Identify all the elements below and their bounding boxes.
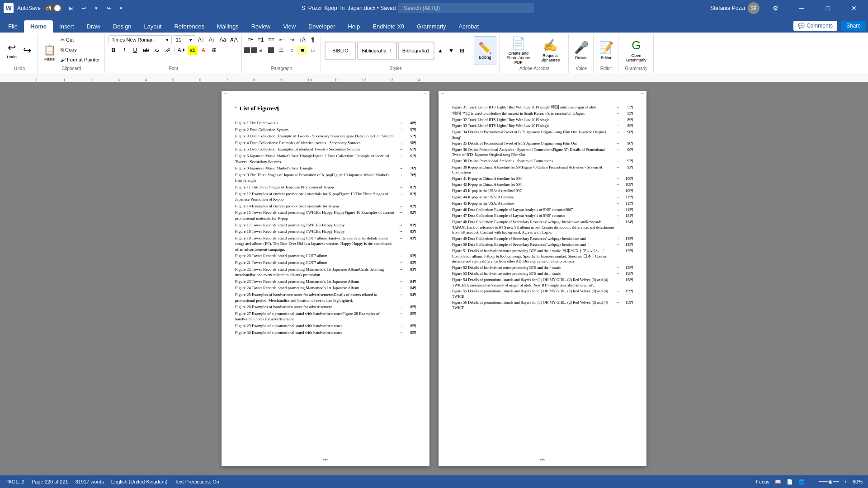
align-left-btn[interactable]: ⬛⬛ [245, 46, 255, 55]
copy-btn[interactable]: ⎘ Copy [59, 45, 102, 54]
tab-grammarly[interactable]: Grammarly [410, 20, 452, 33]
left-page-footer: viv [222, 457, 429, 462]
view-mode-layout[interactable]: 📄 [787, 479, 793, 485]
text-predictions[interactable]: Text Predictions: On [175, 479, 219, 484]
close-btn[interactable]: ✕ [844, 0, 864, 16]
tab-review[interactable]: Review [245, 20, 277, 33]
font-name-dropdown[interactable]: Times New Roman ▾ [108, 35, 172, 44]
share-btn[interactable]: Share [841, 21, 866, 31]
redo-large-btn[interactable]: ↪ [20, 37, 34, 64]
rpe-page-10: 109¶ [620, 182, 633, 187]
decrease-indent-btn[interactable]: ⇤ [277, 35, 287, 44]
font-grow-btn[interactable]: A↑ [196, 35, 206, 44]
page-indicator[interactable]: PAGE: 2 [5, 479, 24, 484]
tab-view[interactable]: View [277, 20, 302, 33]
borders-btn[interactable]: □ [308, 46, 318, 55]
tab-draw[interactable]: Draw [80, 20, 107, 33]
underline-btn[interactable]: U [130, 46, 140, 55]
editing-btn[interactable]: ✏️ Editing [474, 36, 496, 65]
text-effects-btn[interactable]: A✦ [177, 46, 187, 55]
superscript-btn[interactable]: x² [163, 46, 173, 55]
cut-btn[interactable]: ✂ Cut [59, 35, 102, 44]
font-color-btn[interactable]: A [198, 46, 208, 55]
line-spacing-btn[interactable]: ↕ [287, 46, 297, 55]
bold-btn[interactable]: B [108, 46, 118, 55]
format-painter-btn[interactable]: 🖌 Format Painter [59, 55, 102, 64]
paste-btn[interactable]: 📋 Paste [41, 39, 58, 66]
clear-format-btn[interactable]: ✗A [229, 35, 239, 44]
customize-btn[interactable]: ▾ [117, 5, 125, 12]
justify-btn[interactable]: ☰ [277, 46, 287, 55]
increase-indent-btn[interactable]: ⇥ [287, 35, 297, 44]
rpe-4: Figure 34 Details of Promotional Tweet o… [452, 130, 633, 140]
styles-more[interactable]: ⊞ [457, 46, 467, 55]
tab-insert[interactable]: Insert [53, 20, 80, 33]
minimize-btn[interactable]: ─ [791, 0, 812, 16]
numbering-btn[interactable]: ≡1 [256, 35, 266, 44]
autosave-toggle[interactable]: off [44, 4, 62, 12]
comments-btn[interactable]: 💬 Comments [793, 21, 837, 31]
rpe-arrow-16: → [616, 220, 619, 225]
tab-home[interactable]: Home [24, 20, 53, 33]
more-font-btn[interactable]: ⊞ [209, 46, 219, 55]
show-para-btn[interactable]: ¶ [308, 35, 318, 44]
zoom-out-btn[interactable]: − [810, 479, 813, 484]
font-shrink-btn[interactable]: A↓ [207, 35, 217, 44]
subscript-btn[interactable]: x₂ [152, 46, 162, 55]
tab-references[interactable]: References [168, 20, 210, 33]
highlight-btn[interactable]: ab [188, 46, 198, 55]
style-bibliografia1[interactable]: Bibliografìa1 [398, 42, 434, 60]
style-bibliografia-t[interactable]: Bibliografìa_T [357, 42, 397, 60]
tab-file[interactable]: File [2, 20, 24, 33]
ribbon: ↩ Undo ↪ Undo 📋 Paste ✂ Cut ⎘ Copy 🖌 For… [0, 33, 868, 73]
rpe-text-12: Figure 44 K-pop in the USA: A timeline [452, 195, 615, 200]
tab-acrobat[interactable]: Acrobat [453, 20, 486, 33]
redo-btn[interactable]: ↪ [104, 5, 113, 12]
zoom-in-btn[interactable]: + [844, 479, 847, 484]
undo-large-btn[interactable]: ↩ Undo [5, 37, 19, 64]
align-center-btn[interactable]: ≡ [256, 46, 266, 55]
change-case-btn[interactable]: Aa [218, 35, 228, 44]
multilevel-btn[interactable]: ≡≡ [266, 35, 276, 44]
sort-btn[interactable]: ↕A [297, 35, 307, 44]
corner-tr-r [641, 94, 644, 97]
bullets-btn[interactable]: ≡• [245, 35, 255, 44]
undo-dropdown-btn[interactable]: ▾ [92, 5, 100, 12]
editor-btn[interactable]: 📝 Editor [597, 36, 615, 65]
strikethrough-btn[interactable]: ab [141, 46, 151, 55]
focus-btn[interactable]: Focus [756, 479, 769, 484]
zoom-slider[interactable]: ━━━◉━━ [819, 479, 839, 485]
style-biblio[interactable]: BIBLIO [325, 42, 356, 60]
search-input[interactable] [398, 3, 534, 13]
rpe-5: Figure 35 Details of Promotional Tweet o… [452, 141, 633, 146]
word-count[interactable]: 81917 words [75, 479, 104, 484]
rpe-page-4: 90¶ [620, 130, 633, 135]
create-share-pdf-btn[interactable]: 📄 Create and Share Adobe PDF [503, 36, 534, 65]
tab-layout[interactable]: Layout [137, 20, 168, 33]
view-mode-read[interactable]: 📖 [775, 479, 781, 485]
toc-page-4: 61¶ [405, 146, 416, 152]
tab-design[interactable]: Design [107, 20, 137, 33]
styles-scroll-up[interactable]: ▲ [435, 46, 445, 55]
view-mode-web[interactable]: 🌐 [798, 479, 805, 485]
undo-btn[interactable]: ↩ [79, 5, 89, 12]
ruler-mark: 1 [63, 78, 66, 82]
tab-help[interactable]: Help [341, 20, 366, 33]
zoom-level[interactable]: 60% [853, 479, 863, 484]
proofing-language[interactable]: English (United Kingdom) [111, 479, 168, 484]
maximize-btn[interactable]: □ [817, 0, 838, 16]
tab-endnote[interactable]: EndNote X9 [366, 20, 410, 33]
tab-developer[interactable]: Developer [302, 20, 341, 33]
page-count[interactable]: Page 220 of 221 [32, 479, 68, 484]
format-options-btn[interactable]: ⊞ [66, 5, 75, 12]
tab-mailings[interactable]: Mailings [211, 20, 245, 33]
align-right-btn[interactable]: ⬛ [266, 46, 276, 55]
dictate-btn[interactable]: 🎤 Dictate [572, 36, 590, 65]
styles-scroll-down[interactable]: ▼ [446, 46, 456, 55]
italic-btn[interactable]: I [119, 46, 129, 55]
settings-btn[interactable]: ⚙ [765, 0, 786, 16]
font-size-dropdown[interactable]: 11 ▾ [173, 35, 195, 44]
request-signatures-btn[interactable]: ✍ Request Signatures [535, 36, 566, 65]
open-grammarly-btn[interactable]: G Open Grammarly [622, 36, 651, 65]
shading-btn[interactable]: ■ [297, 46, 307, 55]
